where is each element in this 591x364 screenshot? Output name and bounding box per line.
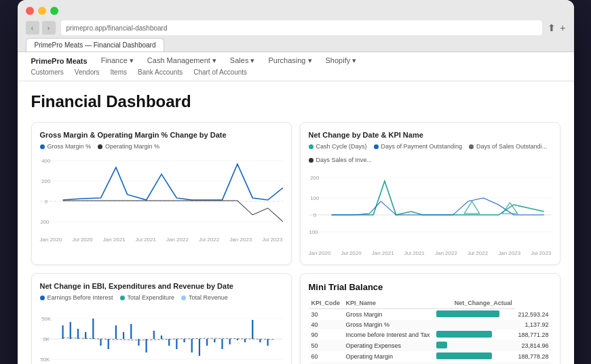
net-change-legend: Cash Cycle (Days) Days of Payment Outsta…: [309, 143, 552, 163]
tb-bar-cell: [434, 329, 515, 340]
address-bar[interactable]: primepro.app/financial-dashboard: [61, 20, 543, 35]
app-nav-bottom: Customers Vendors Items Bank Accounts Ch…: [31, 66, 560, 78]
chart2-x-labels: Jan 2020Jul 2020Jan 2021Jul 2021 Jan 202…: [309, 250, 552, 256]
gross-margin-legend: Gross Margin % Operating Margin %: [40, 143, 283, 150]
legend-revenue: Total Revenue: [181, 294, 228, 301]
legend-dot-cash: [309, 144, 313, 149]
tb-value-cell: 188,771.28: [515, 329, 552, 340]
svg-text:200: 200: [41, 178, 50, 184]
legend-dot-ebi: [40, 296, 45, 300]
minimize-button[interactable]: [38, 7, 46, 15]
tb-code-cell: 90: [309, 329, 343, 340]
gross-margin-chart-area: 400 200 0 -200: [40, 154, 283, 235]
nav-purchasing[interactable]: Purchasing ▾: [268, 56, 311, 65]
svg-text:-200: -200: [40, 219, 49, 224]
nav-sales[interactable]: Sales ▾: [230, 56, 255, 65]
svg-text:100: 100: [310, 195, 319, 201]
svg-text:0: 0: [44, 199, 47, 204]
tb-name-cell: Operating Expenses: [343, 340, 434, 351]
tb-value-cell: 188,778.28: [515, 351, 552, 362]
sub-nav-bank[interactable]: Bank Accounts: [138, 68, 183, 76]
top-charts-grid: Gross Margin & Operating Margin % Change…: [31, 122, 560, 265]
svg-text:-50K: -50K: [40, 357, 50, 362]
svg-text:400: 400: [41, 158, 50, 163]
table-row: 50Operating Expenses23,814.96: [309, 340, 552, 351]
legend-dot-dso: [469, 144, 474, 149]
svg-text:-100: -100: [309, 229, 318, 235]
tb-bar-cell: [434, 351, 515, 362]
app-nav-top: PrimePro Meats Finance ▾ Cash Management…: [31, 55, 560, 66]
add-tab-icon[interactable]: +: [560, 22, 565, 33]
sub-nav-customers[interactable]: Customers: [31, 68, 64, 76]
th-value: Net_Change_Actual: [434, 298, 515, 309]
tb-bar-cell: [434, 340, 515, 351]
legend-dot-exp: [120, 296, 125, 300]
legend-dot-dsi: [309, 158, 313, 163]
tb-value-cell: 1,137.92: [515, 320, 552, 329]
legend-expenditure: Total Expenditure: [120, 294, 175, 301]
tb-name-cell: Operating Margin: [343, 351, 434, 362]
url-text: primepro.app/financial-dashboard: [66, 24, 168, 32]
gross-margin-chart-title: Gross Margin & Operating Margin % Change…: [40, 131, 283, 139]
legend-operating-margin: Operating Margin %: [98, 143, 159, 150]
ebi-chart-area: 50K 0K -50K: [40, 305, 283, 364]
legend-label-dpo: Days of Payment Outstanding: [381, 143, 463, 150]
nav-shopify[interactable]: Shopify ▾: [326, 56, 357, 65]
trial-balance-card: Mini Trial Balance KPI_Code KPI_Name Net…: [300, 273, 560, 364]
legend-label-exp: Total Expenditure: [128, 294, 175, 301]
th-code: KPI_Code: [309, 298, 343, 309]
nav-cash[interactable]: Cash Management ▾: [147, 56, 216, 65]
trial-balance-table: KPI_Code KPI_Name Net_Change_Actual 30Gr…: [309, 298, 552, 364]
tb-bar: [436, 342, 448, 348]
tb-code-cell: 40: [309, 320, 343, 329]
maximize-button[interactable]: [50, 7, 58, 15]
forward-button[interactable]: ›: [42, 21, 56, 35]
bottom-charts-grid: Net Change in EBI, Expenditures and Reve…: [31, 273, 560, 364]
browser-window: ‹ › primepro.app/financial-dashboard ⬆ +…: [18, 0, 574, 364]
close-button[interactable]: [26, 7, 34, 15]
legend-dpo: Days of Payment Outstanding: [374, 143, 463, 150]
ebi-chart-card: Net Change in EBI, Expenditures and Reve…: [31, 273, 292, 364]
tb-code-cell: 50: [309, 340, 343, 351]
svg-text:0: 0: [313, 212, 316, 218]
browser-tabs: PrimePro Meats — Financial Dashboard: [26, 38, 566, 52]
back-button[interactable]: ‹: [26, 21, 39, 35]
legend-ebi: Earnings Before Interest: [40, 294, 113, 301]
page-title: Financial Dashboard: [31, 92, 560, 111]
nav-finance[interactable]: Finance ▾: [101, 56, 134, 65]
tb-bar: [436, 310, 500, 317]
svg-text:50K: 50K: [41, 316, 51, 321]
table-row: 30Gross Margin212,593.24: [309, 309, 552, 321]
legend-dot-op: [98, 144, 102, 149]
tb-bar-cell: [434, 309, 515, 321]
legend-label-rev: Total Revenue: [189, 294, 228, 301]
svg-text:200: 200: [310, 175, 319, 180]
sub-nav-items[interactable]: Items: [111, 68, 127, 76]
traffic-lights: [26, 7, 566, 15]
chart1-x-labels: Jan 2020Jul 2020Jan 2021Jul 2021 Jan 202…: [40, 237, 283, 243]
brand-name: PrimePro Meats: [31, 57, 88, 65]
tb-name-cell: Income before Interest and Tax: [343, 329, 434, 340]
share-icon[interactable]: ⬆: [548, 22, 556, 33]
tb-bar: [436, 331, 493, 338]
table-row: 90Income before Interest and Tax188,771.…: [309, 329, 552, 340]
app-nav: PrimePro Meats Finance ▾ Cash Management…: [18, 52, 574, 81]
legend-label-dso: Days of Sales Outstandi...: [476, 143, 547, 150]
legend-dot-dpo: [374, 144, 379, 149]
tb-bar: [436, 352, 493, 359]
browser-toolbar: ‹ › primepro.app/financial-dashboard ⬆ +: [26, 20, 566, 35]
table-row: 60Operating Margin188,778.28: [309, 351, 552, 362]
gross-margin-chart-card: Gross Margin & Operating Margin % Change…: [31, 122, 292, 265]
nav-buttons: ‹ ›: [26, 21, 56, 35]
tb-code-cell: 60: [309, 351, 343, 362]
active-tab[interactable]: PrimePro Meats — Financial Dashboard: [26, 38, 165, 52]
net-change-chart-title: Net Change by Date & KPI Name: [309, 131, 552, 139]
ebi-legend: Earnings Before Interest Total Expenditu…: [40, 294, 283, 301]
tb-code-cell: 30: [309, 309, 343, 321]
th-name: KPI_Name: [343, 298, 434, 309]
sub-nav-chart[interactable]: Chart of Accounts: [193, 68, 247, 76]
legend-label-dsi: Days Sales of Inve...: [316, 157, 373, 163]
svg-marker-17: [502, 203, 517, 214]
sub-nav-vendors[interactable]: Vendors: [75, 68, 100, 76]
tb-value-cell: 212,593.24: [515, 309, 552, 321]
